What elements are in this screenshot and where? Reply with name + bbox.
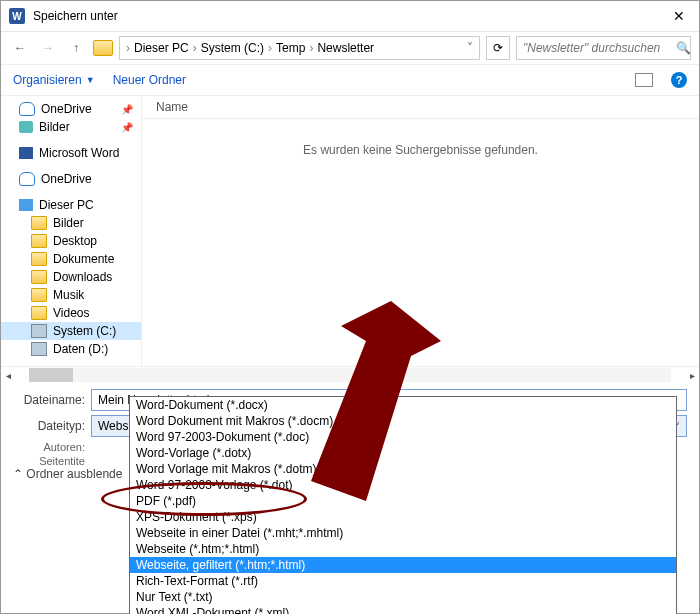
scroll-right-arrow[interactable]: ▸	[685, 368, 699, 382]
organize-menu[interactable]: Organisieren ▼	[13, 73, 95, 87]
filename-label: Dateiname:	[13, 393, 85, 407]
filetype-option[interactable]: Word 97-2003-Dokument (*.doc)	[130, 429, 676, 445]
search-box[interactable]: 🔍	[516, 36, 691, 60]
search-input[interactable]	[521, 40, 676, 56]
scroll-left-arrow[interactable]: ◂	[1, 368, 15, 382]
up-button[interactable]: ↑	[65, 37, 87, 59]
tree-item-label: System (C:)	[53, 324, 116, 338]
authors-label: Autoren:	[13, 441, 85, 453]
filetype-option[interactable]: Word XML-Dokument (*.xml)	[130, 605, 676, 614]
tree-item-label: Videos	[53, 306, 89, 320]
pin-icon: 📌	[121, 122, 133, 133]
tree-item-icon	[19, 199, 33, 211]
breadcrumb-item[interactable]: Newsletter	[317, 41, 374, 55]
tree-item[interactable]: Bilder	[1, 214, 141, 232]
help-button[interactable]: ?	[671, 72, 687, 88]
filetype-option[interactable]: Word Dokument mit Makros (*.docm)	[130, 413, 676, 429]
view-options-button[interactable]	[635, 73, 653, 87]
breadcrumb-item[interactable]: System (C:)	[201, 41, 264, 55]
back-button[interactable]: ←	[9, 37, 31, 59]
tree-item[interactable]: Dokumente	[1, 250, 141, 268]
tree-item[interactable]: System (C:)	[1, 322, 141, 340]
toolbar: Organisieren ▼ Neuer Ordner ?	[1, 64, 699, 96]
filetype-option[interactable]: Word Vorlage mit Makros (*.dotm)	[130, 461, 676, 477]
empty-results-message: Es wurden keine Suchergebnisse gefunden.	[142, 119, 699, 366]
tree-item[interactable]: OneDrive📌	[1, 100, 141, 118]
tree-item-label: OneDrive	[41, 172, 92, 186]
filetype-option[interactable]: Webseite in einer Datei (*.mht;*.mhtml)	[130, 525, 676, 541]
tree-item[interactable]: Microsoft Word	[1, 144, 141, 162]
search-icon[interactable]: 🔍	[676, 41, 691, 55]
breadcrumb-item[interactable]: Temp	[276, 41, 305, 55]
filetype-label: Dateityp:	[13, 419, 85, 433]
tree-item-icon	[19, 121, 33, 133]
filetype-option[interactable]: Webseite (*.htm;*.html)	[130, 541, 676, 557]
tree-item-icon	[31, 288, 47, 302]
close-button[interactable]: ✕	[667, 4, 691, 28]
filetype-option[interactable]: Word-Vorlage (*.dotx)	[130, 445, 676, 461]
tree-item-icon	[19, 147, 33, 159]
tree-item[interactable]: Dieser PC	[1, 196, 141, 214]
filetype-option[interactable]: Webseite, gefiltert (*.htm;*.html)	[130, 557, 676, 573]
tree-item-icon	[31, 216, 47, 230]
forward-button[interactable]: →	[37, 37, 59, 59]
title-bar: W Speichern unter ✕	[1, 1, 699, 32]
filetype-option[interactable]: PDF (*.pdf)	[130, 493, 676, 509]
file-list-pane: Name Es wurden keine Suchergebnisse gefu…	[142, 96, 699, 366]
tree-item-icon	[19, 102, 35, 116]
scroll-thumb[interactable]	[29, 368, 73, 382]
tree-item-label: Bilder	[39, 120, 70, 134]
tree-item[interactable]: Desktop	[1, 232, 141, 250]
tree-item-icon	[31, 270, 47, 284]
window-title: Speichern unter	[33, 9, 667, 23]
tree-item-label: Dokumente	[53, 252, 114, 266]
word-app-icon: W	[9, 8, 25, 24]
hide-folders-toggle[interactable]: ⌃ Ordner ausblende	[13, 467, 122, 481]
tree-item-icon	[31, 252, 47, 266]
tree-item-label: Downloads	[53, 270, 112, 284]
nav-tree[interactable]: OneDrive📌Bilder📌Microsoft WordOneDriveDi…	[1, 96, 142, 366]
breadcrumb[interactable]: › Dieser PC› System (C:)› Temp› Newslett…	[119, 36, 480, 60]
filetype-option[interactable]: Nur Text (*.txt)	[130, 589, 676, 605]
tree-item[interactable]: OneDrive	[1, 170, 141, 188]
chevron-down-icon[interactable]: ˅	[467, 41, 473, 55]
new-folder-button[interactable]: Neuer Ordner	[113, 73, 186, 87]
tree-item-icon	[31, 324, 47, 338]
tree-item[interactable]: Musik	[1, 286, 141, 304]
filetype-option[interactable]: XPS-Dokument (*.xps)	[130, 509, 676, 525]
nav-bar: ← → ↑ › Dieser PC› System (C:)› Temp› Ne…	[1, 32, 699, 64]
tree-item-icon	[31, 342, 47, 356]
chevron-icon: ⌃	[13, 467, 23, 481]
column-header-name[interactable]: Name	[142, 96, 699, 119]
pagetitle-label: Seitentite	[13, 455, 85, 467]
tree-item-icon	[19, 172, 35, 186]
pin-icon: 📌	[121, 104, 133, 115]
refresh-button[interactable]: ⟳	[486, 36, 510, 60]
tree-item-icon	[31, 234, 47, 248]
horizontal-scrollbar[interactable]: ◂ ▸	[1, 366, 699, 383]
tree-item-label: Desktop	[53, 234, 97, 248]
filetype-option[interactable]: Word-Dokument (*.docx)	[130, 397, 676, 413]
tree-item-label: OneDrive	[41, 102, 92, 116]
filetype-dropdown[interactable]: Word-Dokument (*.docx)Word Dokument mit …	[129, 396, 677, 614]
filetype-option[interactable]: Rich-Text-Format (*.rtf)	[130, 573, 676, 589]
tree-item-label: Microsoft Word	[39, 146, 119, 160]
breadcrumb-item[interactable]: Dieser PC	[134, 41, 189, 55]
tree-item[interactable]: Daten (D:)	[1, 340, 141, 358]
tree-item-label: Dieser PC	[39, 198, 94, 212]
dialog-body: OneDrive📌Bilder📌Microsoft WordOneDriveDi…	[1, 96, 699, 366]
folder-icon	[93, 40, 113, 56]
filetype-option[interactable]: Word 97-2003-Vorlage (*.dot)	[130, 477, 676, 493]
tree-item[interactable]: Bilder📌	[1, 118, 141, 136]
save-as-dialog: W Speichern unter ✕ ← → ↑ › Dieser PC› S…	[0, 0, 700, 614]
tree-item-icon	[31, 306, 47, 320]
tree-item-label: Daten (D:)	[53, 342, 108, 356]
tree-item-label: Musik	[53, 288, 84, 302]
tree-item[interactable]: Downloads	[1, 268, 141, 286]
tree-item-label: Bilder	[53, 216, 84, 230]
tree-item[interactable]: Videos	[1, 304, 141, 322]
